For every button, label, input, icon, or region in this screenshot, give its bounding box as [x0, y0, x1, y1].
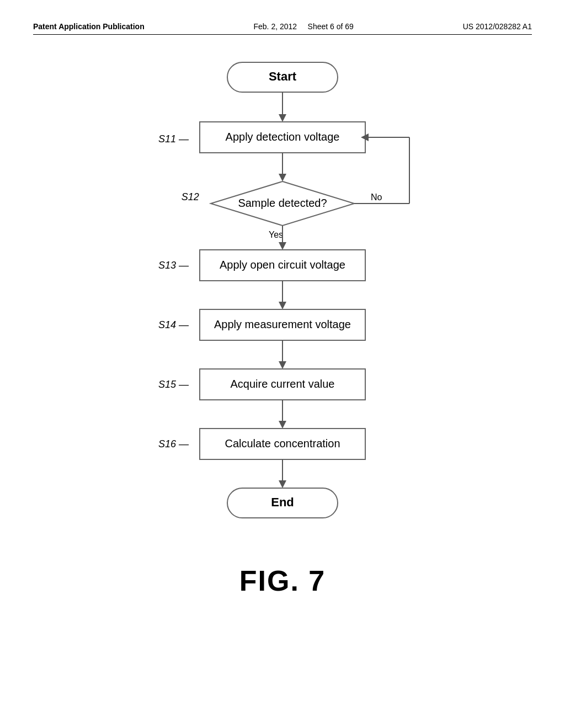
flowchart: Start Apply detection voltage S11 — Samp… [33, 57, 532, 531]
publication-label: Patent Application Publication [33, 22, 145, 31]
yes-label: Yes [269, 230, 283, 239]
step-s12-id: S12 [182, 191, 200, 202]
step-s11-label: Apply detection voltage [226, 131, 340, 143]
step-s13-id: S13 — [158, 260, 189, 271]
start-label: Start [269, 69, 297, 83]
step-s13-label: Apply open circuit voltage [220, 259, 345, 271]
flowchart-svg: Start Apply detection voltage S11 — Samp… [111, 57, 454, 531]
step-s16-id: S16 — [158, 438, 189, 449]
step-s15-id: S15 — [158, 379, 189, 390]
page-header: Patent Application Publication Feb. 2, 2… [33, 22, 532, 35]
svg-marker-15 [279, 302, 286, 309]
sheet-label: Sheet 6 of 69 [308, 22, 354, 31]
end-label: End [271, 495, 294, 509]
patent-number-label: US 2012/028282 A1 [463, 22, 532, 31]
step-s14-label: Apply measurement voltage [214, 318, 351, 330]
svg-marker-2 [279, 114, 286, 122]
svg-marker-8 [279, 242, 286, 250]
svg-marker-5 [279, 174, 286, 181]
date-label: Feb. 2, 2012 [254, 22, 297, 31]
figure-label: FIG. 7 [33, 564, 532, 597]
page: Patent Application Publication Feb. 2, 2… [0, 0, 565, 728]
step-s11-id: S11 — [158, 133, 189, 144]
step-s16-label: Calculate concentration [225, 437, 340, 449]
svg-marker-24 [279, 480, 286, 488]
date-sheet-label: Feb. 2, 2012 Sheet 6 of 69 [254, 22, 354, 31]
step-s14-id: S14 — [158, 319, 189, 330]
step-s12-label: Sample detected? [238, 197, 327, 209]
svg-marker-18 [279, 361, 286, 369]
no-label: No [371, 192, 382, 202]
svg-marker-21 [279, 421, 286, 429]
step-s15-label: Acquire current value [231, 378, 335, 390]
